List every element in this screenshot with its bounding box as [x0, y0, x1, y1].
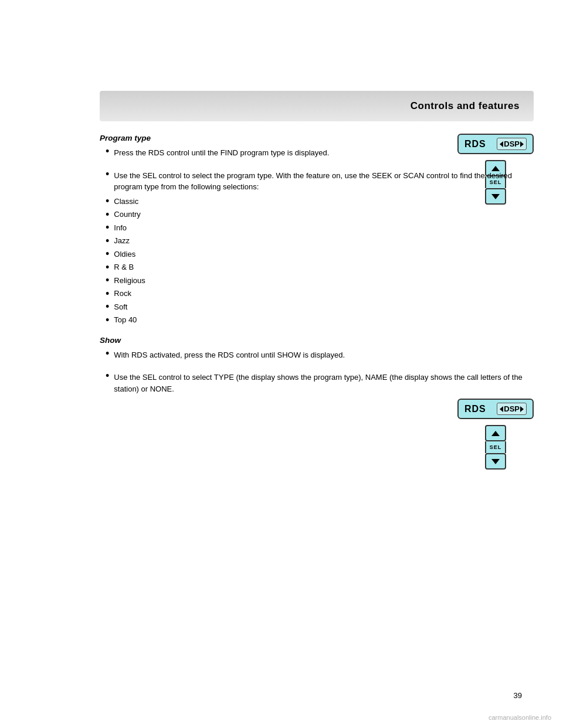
show-bullet-1: • With RDS activated, press the RDS cont… — [100, 349, 534, 361]
spacer-1 — [100, 162, 534, 170]
list-text-top40: Top 40 — [114, 314, 137, 326]
list-item-jazz: • Jazz — [100, 235, 534, 247]
sel-label-bottom: SEL — [485, 441, 506, 453]
program-type-text-1: Press the RDS control until the FIND pro… — [114, 147, 329, 159]
bullet-dot-classic: • — [106, 196, 109, 206]
sel-up-button-bottom[interactable] — [485, 425, 506, 441]
show-heading: Show — [100, 336, 534, 345]
list-item-rock: • Rock — [100, 288, 534, 300]
program-type-heading: Program type — [100, 134, 534, 142]
program-type-bullet-2: • Use the SEL control to select the prog… — [100, 170, 534, 193]
list-item-country: • Country — [100, 209, 534, 220]
header-bar: Controls and features — [100, 91, 534, 121]
list-item-rnb: • R & B — [100, 261, 534, 273]
right-widgets-bottom: RDS DSP SEL — [457, 399, 534, 470]
list-text-rock: Rock — [114, 288, 131, 300]
sel-control-bottom: SEL — [483, 425, 508, 470]
list-item-top40: • Top 40 — [100, 314, 534, 326]
list-text-rnb: R & B — [114, 261, 134, 273]
show-text-2: Use the SEL control to select TYPE (the … — [114, 372, 534, 394]
bullet-dot-country: • — [106, 209, 109, 220]
sel-down-button-bottom[interactable] — [485, 453, 506, 470]
spacer-3 — [100, 363, 534, 372]
show-text-1: With RDS activated, press the RDS contro… — [114, 349, 345, 361]
main-content: Program type • Press the RDS control unt… — [100, 134, 534, 397]
bullet-dot-oldies: • — [106, 249, 109, 259]
list-text-classic: Classic — [114, 196, 138, 207]
bullet-dot-top40: • — [106, 315, 109, 325]
rds-dsp-button-bottom[interactable]: RDS DSP — [457, 399, 534, 419]
list-text-info: Info — [114, 222, 127, 234]
page-number: 39 — [514, 691, 522, 700]
spacer-2 — [100, 328, 534, 336]
bullet-dot-1: • — [106, 146, 109, 157]
list-item-info: • Info — [100, 222, 534, 234]
bullet-dot-show-2: • — [106, 370, 109, 381]
sel-up-arrow-bottom — [491, 431, 500, 436]
list-text-country: Country — [114, 209, 141, 220]
list-text-oldies: Oldies — [114, 249, 135, 260]
list-item-oldies: • Oldies — [100, 249, 534, 260]
dsp-triangle-left-bottom — [500, 406, 503, 412]
watermark: carmanualsonline.info — [489, 714, 551, 721]
bullet-dot-soft: • — [106, 301, 109, 312]
program-type-text-2: Use the SEL control to select the progra… — [114, 170, 534, 193]
list-item-religious: • Religious — [100, 275, 534, 287]
program-type-bullet-1: • Press the RDS control until the FIND p… — [100, 147, 534, 159]
bullet-dot-religious: • — [106, 275, 109, 285]
dsp-text-bottom: DSP — [504, 404, 520, 413]
dsp-triangle-right-bottom — [520, 406, 524, 412]
list-item-soft: • Soft — [100, 301, 534, 313]
list-text-religious: Religious — [114, 275, 145, 287]
bullet-dot-rnb: • — [106, 262, 109, 273]
bullet-dot-rock: • — [106, 288, 109, 299]
bullet-dot-info: • — [106, 222, 109, 233]
show-bullet-2: • Use the SEL control to select TYPE (th… — [100, 372, 534, 394]
list-text-soft: Soft — [114, 301, 127, 313]
sel-down-arrow-bottom — [491, 459, 500, 464]
dsp-label-bottom: DSP — [497, 403, 527, 415]
rds-label-bottom: RDS — [464, 404, 486, 414]
list-text-jazz: Jazz — [114, 235, 130, 247]
list-item-classic: • Classic — [100, 196, 534, 207]
bullet-dot-show-1: • — [106, 348, 109, 359]
header-title: Controls and features — [411, 100, 520, 112]
bullet-dot-2: • — [106, 169, 109, 179]
bullet-dot-jazz: • — [106, 236, 109, 246]
